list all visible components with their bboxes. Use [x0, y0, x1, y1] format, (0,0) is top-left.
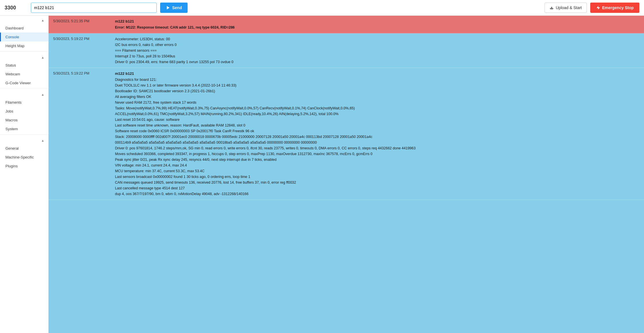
console-line: Interrupt 2 to 73us, poll 28 to 15049us — [115, 53, 641, 59]
sidebar-section-4-header[interactable]: ▲ — [0, 136, 48, 144]
upload-button[interactable]: Upload & Start — [544, 3, 587, 13]
console-line: Diagnostics for board 121: — [115, 77, 641, 83]
console-row: 5/30/2023, 5:19:22 PMAccelerometer: LIS3… — [49, 33, 644, 68]
console-line: Software reset code 0x0060 ICSR 0x000000… — [115, 128, 641, 134]
sidebar-item-machine[interactable]: Machine-Specific — [0, 153, 48, 162]
console-timestamp: 5/30/2023, 5:19:22 PM — [49, 68, 112, 200]
main-layout: ▲ Dashboard Console Height Map ▲ Status … — [0, 16, 644, 333]
console-line: === Filament sensors === — [115, 48, 641, 53]
svg-marker-3 — [597, 6, 600, 9]
console-line: Stack: 20008000 0000ffff 002d007f 20001e… — [115, 134, 641, 140]
emergency-stop-button[interactable]: Emergency Stop — [590, 3, 639, 13]
console-line: MCU temperature: min 37.4C, current 53.3… — [115, 168, 641, 174]
bolt-icon — [596, 5, 601, 10]
console-line: Last software reset time unknown, reason… — [115, 123, 641, 128]
sidebar-item-system[interactable]: System — [0, 125, 48, 133]
console-line: Last cancelled message type 4514 dest 12… — [115, 185, 641, 191]
console-command: m122 b121 — [115, 71, 641, 77]
console-timestamp: 5/30/2023, 5:21:35 PM — [49, 16, 112, 33]
command-input[interactable] — [31, 3, 157, 13]
svg-rect-2 — [550, 8, 553, 9]
console-area: 5/30/2023, 5:21:35 PMm122 b121Error: M12… — [49, 16, 644, 333]
send-button[interactable]: Send — [160, 3, 188, 13]
console-content: Accelerometer: LIS3DH, status: 00I2C bus… — [112, 33, 644, 68]
divider-1 — [0, 51, 48, 52]
console-line: Last reset 10:54:01 ago, cause: software — [115, 117, 641, 123]
console-line: VIN voltage: min 24.1, current 24.4, max… — [115, 163, 641, 168]
console-line: 000114b9 a5a5a5a5 a5a5a5a5 a5a5a5a5 a5a5… — [115, 140, 641, 145]
send-icon — [166, 5, 170, 10]
console-line: I2C bus errors 0, naks 0, other errors 0 — [115, 42, 641, 48]
sidebar-item-general[interactable]: General — [0, 144, 48, 153]
console-command: m122 b121 — [115, 19, 641, 25]
console-line: dup 4, oos 367/7/197/90, bm 0, wbm 0, rx… — [115, 191, 641, 197]
console-line: Driver 0: pos 2304.49, errs: frame 683 p… — [115, 59, 641, 65]
sidebar-item-webcam[interactable]: Webcam — [0, 70, 48, 79]
console-line: Peak sync jitter 0/21, peak Rx sync dela… — [115, 157, 641, 163]
sidebar: ▲ Dashboard Console Height Map ▲ Status … — [0, 16, 49, 333]
sidebar-item-gcode[interactable]: G-Code Viewer — [0, 79, 48, 87]
console-line: Bootloader ID: SAMC21 bootloader version… — [115, 88, 641, 94]
sidebar-item-plugins[interactable]: Plugins — [0, 162, 48, 170]
chevron-up-icon-3: ▲ — [41, 93, 44, 96]
sidebar-item-macros[interactable]: Macros — [0, 116, 48, 125]
console-line: Accelerometer: LIS3DH, status: 00 — [115, 36, 641, 42]
sidebar-section-3-header[interactable]: ▲ — [0, 90, 48, 98]
sidebar-section-1-header[interactable]: ▲ — [0, 16, 48, 24]
console-timestamp: 5/30/2023, 5:19:22 PM — [49, 33, 112, 68]
sidebar-item-filaments[interactable]: Filaments — [0, 98, 48, 107]
console-line: CAN messages queued 19925, send timeouts… — [115, 180, 641, 185]
console-row: 5/30/2023, 5:21:35 PMm122 b121Error: M12… — [49, 16, 644, 33]
sidebar-item-console[interactable]: Console — [0, 33, 48, 41]
console-content: m122 b121Error: M122: Response timeout: … — [112, 16, 644, 33]
console-line: Last sensors broadcast 0x00000002 found … — [115, 174, 641, 180]
divider-2 — [0, 89, 48, 89]
chevron-up-icon-2: ▲ — [41, 56, 44, 59]
console-content: m122 b121Diagnostics for board 121:Duet … — [112, 68, 644, 200]
console-line: Tasks: Move(notifyWait,0.7%,99) HEAT(not… — [115, 105, 641, 111]
chevron-up-icon: ▲ — [41, 19, 44, 22]
console-row: 5/30/2023, 5:19:22 PMm122 b121Diagnostic… — [49, 68, 644, 200]
app-title: 3300 — [5, 5, 27, 11]
sidebar-item-status[interactable]: Status — [0, 61, 48, 70]
sidebar-item-heightmap[interactable]: Height Map — [0, 41, 48, 50]
console-line: Driver 0: pos 97601814, 1746.2 steps/mm,… — [115, 145, 641, 151]
console-line: Moves scheduled 393366, completed 393347… — [115, 151, 641, 157]
console-line: All averaging filters OK — [115, 94, 641, 100]
sidebar-item-dashboard[interactable]: Dashboard — [0, 24, 48, 33]
chevron-up-icon-4: ▲ — [41, 139, 44, 142]
header: 3300 Send Upload & Start Emergency Stop — [0, 0, 644, 16]
console-line: Never used RAM 2172, free system stack 1… — [115, 100, 641, 105]
sidebar-section-2-header[interactable]: ▲ — [0, 53, 48, 61]
divider-3 — [0, 135, 48, 135]
upload-icon — [549, 5, 554, 10]
svg-marker-0 — [167, 6, 169, 9]
console-line: Error: M122: Response timeout: CAN addr … — [115, 25, 641, 30]
sidebar-item-jobs[interactable]: Jobs — [0, 107, 48, 116]
console-line: ACCEL(notifyWait,0.0%,61) TMC(notifyWait… — [115, 111, 641, 117]
console-line: Duet TOOL1LC rev 1.1 or later firmware v… — [115, 83, 641, 88]
